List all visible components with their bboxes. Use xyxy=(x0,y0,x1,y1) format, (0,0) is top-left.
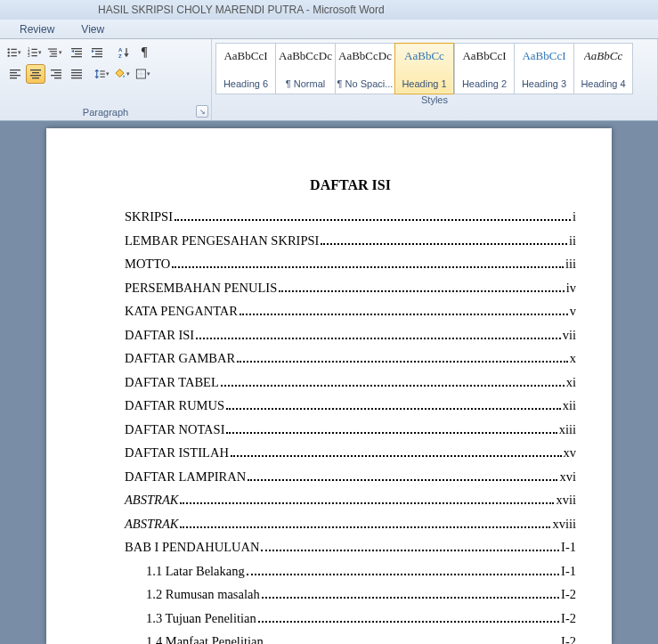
svg-rect-12 xyxy=(48,48,57,49)
align-left-button[interactable] xyxy=(5,64,25,84)
style-item-heading-2[interactable]: AaBbCcIHeading 2 xyxy=(454,43,514,94)
toc-label: 1.4 Manfaat Penelitian xyxy=(146,634,264,644)
toc-leader xyxy=(196,338,560,339)
toc-page: xvii xyxy=(556,493,576,508)
style-item-heading-1[interactable]: AaBbCcHeading 1 xyxy=(394,43,454,94)
svg-point-0 xyxy=(8,48,10,50)
toc-entry: DAFTAR LAMPIRANxvi xyxy=(125,469,576,485)
title-bar: HASIL SKRIPSI CHOLY MARENDI PUTRA - Micr… xyxy=(0,0,658,20)
window-title: HASIL SKRIPSI CHOLY MARENDI PUTRA - Micr… xyxy=(98,4,385,16)
svg-rect-38 xyxy=(71,69,82,70)
svg-rect-19 xyxy=(71,56,82,57)
svg-rect-31 xyxy=(32,72,39,73)
style-preview: AaBbCcI xyxy=(462,44,506,76)
styles-gallery[interactable]: AaBbCcIHeading 6AaBbCcDc¶ NormalAaBbCcDc… xyxy=(212,39,657,94)
toc-page: xv xyxy=(564,445,577,461)
toc-page: ii xyxy=(569,233,576,249)
line-spacing-button[interactable]: ▾ xyxy=(93,64,113,84)
justify-button[interactable] xyxy=(67,64,86,84)
toc-page: xii xyxy=(563,398,576,413)
toc-entry: 1.2 Rumusan masalahI-2 xyxy=(125,587,576,602)
style-item-heading-4[interactable]: AaBbCcHeading 4 xyxy=(573,43,633,94)
tab-view[interactable]: View xyxy=(81,23,104,36)
style-preview: AaBbCcDc xyxy=(338,44,392,76)
svg-rect-11 xyxy=(31,55,37,56)
toc-entry: DAFTAR NOTASIxiii xyxy=(125,422,576,437)
style-item-heading-3[interactable]: AaBbCcIHeading 3 xyxy=(514,43,573,94)
toc-leader xyxy=(248,479,557,481)
toc-label: KATA PENGANTAR xyxy=(125,304,238,319)
toc-page: I-1 xyxy=(561,564,576,579)
toc-page: iv xyxy=(566,281,576,296)
svg-point-4 xyxy=(8,54,10,56)
toc-label: MOTTO xyxy=(125,257,170,272)
toc-leader xyxy=(237,361,568,363)
multilevel-list-button[interactable]: ▾ xyxy=(46,43,66,62)
increase-indent-button[interactable] xyxy=(87,43,107,62)
svg-rect-30 xyxy=(30,69,41,70)
bullets-button[interactable]: ▾ xyxy=(5,43,25,62)
svg-rect-29 xyxy=(10,77,17,78)
menu-bar: Review View xyxy=(0,20,658,39)
svg-rect-7 xyxy=(31,49,37,50)
page: DAFTAR ISI SKRIPSIiLEMBAR PENGESAHAN SKR… xyxy=(46,128,612,644)
style-preview: AaBbCcDc xyxy=(279,44,332,76)
toc-page: vii xyxy=(563,328,576,343)
toc-label: DAFTAR GAMBAR xyxy=(125,351,235,366)
svg-point-2 xyxy=(8,52,10,53)
svg-text:A: A xyxy=(118,47,123,53)
toc-label: DAFTAR TABEL xyxy=(125,375,219,390)
toc-entry: SKRIPSIi xyxy=(125,209,576,224)
borders-button[interactable]: ▾ xyxy=(134,64,154,84)
style-preview: AaBbCcI xyxy=(522,44,565,76)
document-area[interactable]: DAFTAR ISI SKRIPSIiLEMBAR PENGESAHAN SKR… xyxy=(0,121,658,644)
shading-button[interactable]: ▾ xyxy=(114,64,134,84)
toc-leader xyxy=(321,243,567,245)
align-right-button[interactable] xyxy=(46,64,66,84)
paragraph-dialog-launcher[interactable]: ↘ xyxy=(196,105,208,118)
style-item--normal[interactable]: AaBbCcDc¶ Normal xyxy=(275,43,335,94)
style-item-heading-6[interactable]: AaBbCcIHeading 6 xyxy=(215,43,275,94)
style-item--no-spaci-[interactable]: AaBbCcDc¶ No Spaci... xyxy=(335,43,394,94)
numbering-button[interactable]: 123▾ xyxy=(26,43,45,62)
toc-leader xyxy=(180,526,550,528)
svg-rect-1 xyxy=(11,49,16,50)
tab-review[interactable]: Review xyxy=(20,23,54,36)
svg-rect-5 xyxy=(11,55,16,56)
group-styles: AaBbCcIHeading 6AaBbCcDc¶ NormalAaBbCcDc… xyxy=(212,39,658,120)
toc-label: DAFTAR ISI xyxy=(125,328,194,343)
svg-rect-13 xyxy=(50,51,57,52)
decrease-indent-button[interactable] xyxy=(67,43,86,62)
svg-rect-18 xyxy=(75,53,82,54)
svg-rect-3 xyxy=(11,52,16,53)
toc-entry: DAFTAR GAMBARx xyxy=(125,351,576,366)
svg-rect-22 xyxy=(95,53,102,54)
svg-rect-40 xyxy=(71,75,82,76)
style-label: Heading 2 xyxy=(462,76,507,94)
sort-button[interactable]: AZ xyxy=(114,43,134,62)
toc-label: DAFTAR RUMUS xyxy=(125,398,224,413)
svg-rect-36 xyxy=(51,75,61,76)
toc-label: SKRIPSI xyxy=(125,209,173,224)
toc-label: 1.2 Rumusan masalah xyxy=(146,587,260,602)
style-label: ¶ Normal xyxy=(286,76,325,94)
toc-page: I-2 xyxy=(561,634,576,644)
toc-label: BAB I PENDAHULUAN xyxy=(125,540,259,555)
toc-page: xiii xyxy=(559,422,576,437)
toc-page: iii xyxy=(565,257,576,272)
svg-rect-27 xyxy=(10,72,17,73)
align-center-button[interactable] xyxy=(26,64,45,84)
toc-entry: DAFTAR RUMUSxii xyxy=(125,398,576,413)
toc-label: 1.1 Latar Belakang xyxy=(146,564,245,579)
show-marks-button[interactable]: ¶ xyxy=(134,43,154,62)
toc-leader xyxy=(226,432,556,434)
toc-leader xyxy=(175,219,571,221)
svg-rect-15 xyxy=(50,56,57,57)
toc-page: i xyxy=(573,209,576,224)
svg-rect-34 xyxy=(51,69,61,70)
svg-rect-39 xyxy=(71,72,82,73)
svg-rect-43 xyxy=(100,74,104,75)
svg-rect-9 xyxy=(31,52,37,53)
toc-page: I-2 xyxy=(561,611,576,626)
svg-text:Z: Z xyxy=(118,53,122,59)
